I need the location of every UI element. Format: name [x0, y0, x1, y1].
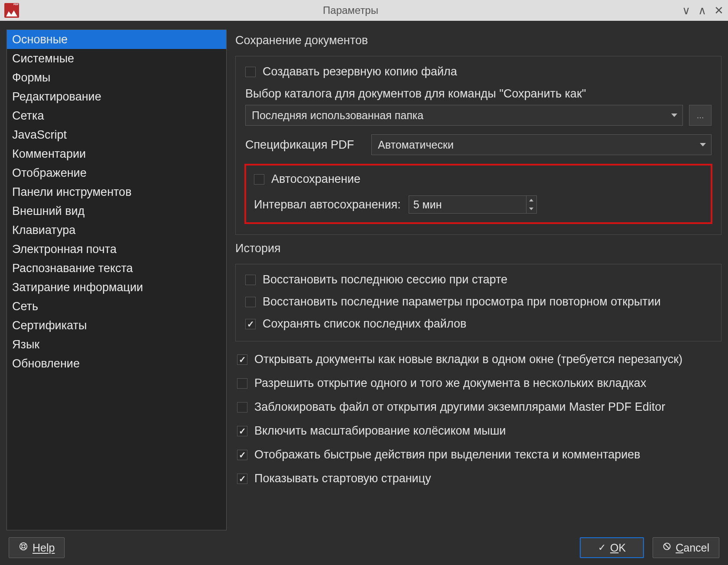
help-button-label: Help — [32, 542, 55, 554]
check-icon: ✓ — [598, 542, 606, 553]
sidebar-item-16[interactable]: Язык — [7, 335, 226, 354]
sidebar-item-14[interactable]: Сеть — [7, 297, 226, 316]
checkbox-icon — [245, 275, 256, 285]
checkbox-icon — [254, 174, 264, 185]
pdf-spec-value: Автоматически — [378, 139, 454, 151]
main-panel: Сохранение документов Создавать резервну… — [235, 29, 722, 530]
allow-same-doc-label: Разрешить открытие одного и того же доку… — [254, 377, 646, 390]
autosave-checkbox[interactable]: Автосохранение — [254, 172, 703, 186]
close-icon[interactable]: ✕ — [714, 5, 724, 16]
save-recent-label: Сохранять список последних файлов — [263, 317, 466, 331]
sidebar-item-6[interactable]: Комментарии — [7, 144, 226, 163]
checkbox-icon — [237, 354, 247, 365]
saveas-folder-value: Последняя использованная папка — [252, 109, 423, 122]
checkbox-icon — [237, 402, 247, 412]
autosave-interval-label: Интервал автосохранения: — [254, 198, 401, 211]
sidebar-item-10[interactable]: Клавиатура — [7, 221, 226, 240]
chevron-down-icon — [700, 143, 706, 146]
autosave-label: Автосохранение — [271, 172, 361, 186]
checkbox-icon — [245, 319, 256, 329]
svg-line-7 — [665, 544, 669, 549]
restore-view-label: Восстановить последние параметры просмот… — [263, 295, 661, 308]
autosave-highlight: Автосохранение Интервал автосохранения: … — [244, 164, 712, 224]
sidebar-item-13[interactable]: Затирание информации — [7, 278, 226, 297]
cancel-button[interactable]: Cancel — [653, 537, 719, 558]
misc-options: Открывать документы как новые вкладки в … — [235, 353, 722, 485]
pdf-spec-select[interactable]: Автоматически — [371, 134, 712, 155]
sidebar-item-9[interactable]: Внешний вид — [7, 201, 226, 221]
group-save: Создавать резервную копию файла Выбор ка… — [235, 56, 722, 235]
checkbox-icon — [237, 474, 247, 484]
help-button[interactable]: Help — [9, 537, 65, 558]
sidebar-item-17[interactable]: Обновление — [7, 354, 226, 373]
sidebar-item-1[interactable]: Системные — [7, 49, 226, 68]
open-as-tabs-label: Открывать документы как новые вкладки в … — [254, 353, 682, 366]
backup-copy-checkbox[interactable]: Создавать резервную копию файла — [245, 65, 712, 78]
spinner-down-icon[interactable] — [526, 205, 536, 213]
ok-button[interactable]: ✓ OK — [580, 537, 644, 558]
help-icon — [19, 542, 28, 554]
restore-view-checkbox[interactable]: Восстановить последние параметры просмот… — [245, 295, 712, 308]
lock-file-label: Заблокировать файл от открытия другими э… — [254, 400, 665, 414]
wheel-zoom-label: Включить масштабирование колёсиком мыши — [254, 424, 506, 438]
titlebar: Параметры ∨ ∧ ✕ — [0, 0, 728, 21]
sidebar-item-11[interactable]: Электронная почта — [7, 240, 226, 259]
autosave-interval-spinner[interactable]: 5 мин — [409, 195, 537, 214]
svg-line-3 — [25, 544, 26, 546]
wheel-zoom-checkbox[interactable]: Включить масштабирование колёсиком мыши — [237, 424, 722, 438]
chevron-down-icon — [671, 114, 677, 117]
checkbox-icon — [237, 450, 247, 460]
sidebar-item-4[interactable]: Сетка — [7, 106, 226, 125]
allow-same-doc-checkbox[interactable]: Разрешить открытие одного и того же доку… — [237, 377, 722, 390]
saveas-folder-label: Выбор каталога для документов для команд… — [245, 87, 712, 101]
sidebar-item-15[interactable]: Сертификаты — [7, 316, 226, 335]
backup-copy-label: Создавать резервную копию файла — [263, 65, 457, 78]
sidebar-item-5[interactable]: JavaScript — [7, 125, 226, 144]
app-icon — [4, 3, 19, 18]
checkbox-icon — [245, 67, 256, 77]
group-history: Восстановить последнюю сессию при старте… — [235, 264, 722, 341]
svg-line-5 — [25, 548, 26, 549]
sidebar-item-0[interactable]: Основные — [7, 30, 226, 49]
cancel-icon — [663, 542, 671, 553]
ok-button-label: OK — [610, 542, 626, 554]
svg-line-4 — [21, 548, 23, 549]
section-title-history: История — [235, 242, 722, 255]
sidebar-item-8[interactable]: Панели инструментов — [7, 182, 226, 201]
open-as-tabs-checkbox[interactable]: Открывать документы как новые вкладки в … — [237, 353, 722, 366]
checkbox-icon — [245, 297, 256, 307]
restore-session-checkbox[interactable]: Восстановить последнюю сессию при старте — [245, 273, 712, 286]
lock-file-checkbox[interactable]: Заблокировать файл от открытия другими э… — [237, 400, 722, 414]
svg-point-1 — [22, 545, 25, 548]
browse-button[interactable]: ... — [689, 105, 712, 126]
quick-actions-checkbox[interactable]: Отображать быстрые действия при выделени… — [237, 448, 722, 461]
button-bar: Help ✓ OK Cancel — [0, 535, 728, 565]
show-start-checkbox[interactable]: Показывать стартовую страницу — [237, 472, 722, 485]
minimize-icon[interactable]: ∨ — [682, 5, 690, 16]
maximize-icon[interactable]: ∧ — [698, 5, 706, 16]
show-start-label: Показывать стартовую страницу — [254, 472, 431, 485]
quick-actions-label: Отображать быстрые действия при выделени… — [254, 448, 640, 461]
cancel-button-label: Cancel — [676, 542, 709, 554]
svg-line-2 — [21, 544, 23, 546]
sidebar-item-3[interactable]: Редактирование — [7, 87, 226, 106]
autosave-interval-value: 5 мин — [413, 198, 442, 211]
window-title: Параметры — [19, 4, 682, 16]
sidebar: ОсновныеСистемныеФормыРедактированиеСетк… — [6, 29, 227, 530]
restore-session-label: Восстановить последнюю сессию при старте — [263, 273, 507, 286]
spinner-up-icon[interactable] — [526, 196, 536, 205]
sidebar-item-2[interactable]: Формы — [7, 68, 226, 87]
checkbox-icon — [237, 378, 247, 389]
section-title-save: Сохранение документов — [235, 34, 722, 47]
saveas-folder-select[interactable]: Последняя использованная папка — [245, 105, 683, 126]
save-recent-checkbox[interactable]: Сохранять список последних файлов — [245, 317, 712, 331]
sidebar-item-12[interactable]: Распознавание текста — [7, 259, 226, 278]
checkbox-icon — [237, 426, 247, 436]
pdf-spec-label: Спецификация PDF — [245, 138, 354, 152]
sidebar-item-7[interactable]: Отображение — [7, 163, 226, 182]
